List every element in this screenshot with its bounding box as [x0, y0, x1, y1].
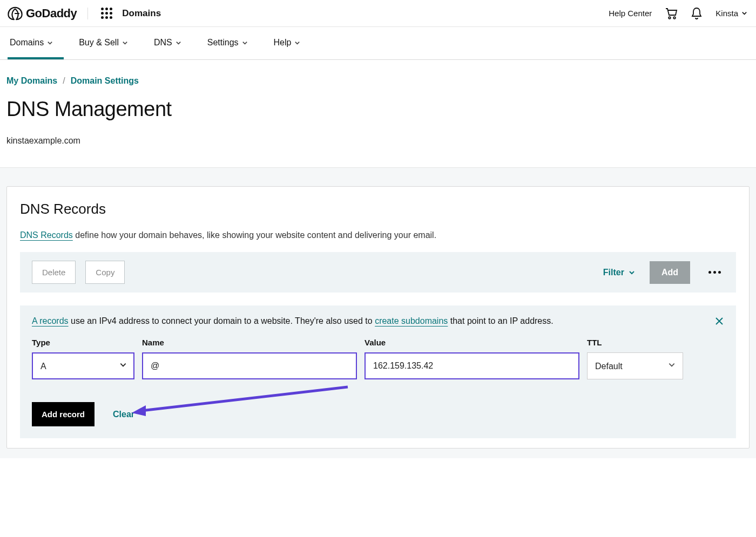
label-value: Value [364, 338, 579, 347]
header-left: GoDaddy Domains [8, 5, 161, 21]
app-switcher-icon[interactable] [99, 5, 114, 21]
chevron-down-icon [122, 40, 128, 46]
field-ttl: TTL Default [587, 338, 683, 379]
breadcrumb-separator: / [63, 76, 65, 86]
brand-wordmark: GoDaddy [26, 6, 77, 21]
add-record-button[interactable]: Add record [32, 402, 94, 426]
header-right: Help Center Kinsta [609, 7, 747, 20]
field-name: Name [142, 338, 357, 379]
create-subdomains-link[interactable]: create subdomains [375, 316, 448, 325]
breadcrumb: My Domains / Domain Settings [6, 76, 750, 86]
a-records-help-link[interactable]: A records [32, 316, 69, 325]
help-center-link[interactable]: Help Center [609, 9, 652, 18]
global-header: GoDaddy Domains Help Center Kinsta [0, 0, 756, 27]
label-name: Name [142, 338, 357, 347]
chevron-down-icon [47, 40, 53, 46]
nav-item-buy-sell[interactable]: Buy & Sell [79, 38, 128, 59]
chevron-down-icon [176, 40, 181, 46]
svg-line-2 [141, 387, 348, 411]
nav-label: Settings [207, 38, 239, 47]
svg-point-0 [669, 17, 671, 19]
filter-label: Filter [603, 268, 624, 277]
field-type: Type A [32, 338, 134, 379]
label-type: Type [32, 338, 134, 347]
info-text-end: that point to an IP address. [448, 316, 553, 325]
more-actions-icon[interactable] [705, 268, 724, 277]
panel-description: DNS Records define how your domain behav… [20, 230, 736, 240]
nav-item-settings[interactable]: Settings [207, 38, 248, 59]
record-name-input[interactable] [142, 352, 357, 379]
records-toolbar: Delete Copy Filter Add [20, 252, 736, 293]
copy-button[interactable]: Copy [85, 261, 125, 284]
toolbar-left: Delete Copy [32, 261, 125, 284]
chevron-down-icon [242, 40, 248, 46]
annotation-arrow-icon [132, 385, 353, 417]
add-record-form: A records use an IPv4 address to connect… [20, 305, 736, 438]
dns-records-help-link[interactable]: DNS Records [20, 230, 73, 240]
dns-records-panel: DNS Records DNS Records define how your … [6, 186, 750, 448]
primary-nav: Domains Buy & Sell DNS Settings Help [0, 27, 756, 60]
filter-button[interactable]: Filter [603, 268, 634, 277]
field-value: Value [364, 338, 579, 379]
content-area: DNS Records DNS Records define how your … [0, 167, 756, 458]
close-icon[interactable] [714, 316, 724, 326]
panel-title: DNS Records [20, 201, 736, 217]
svg-point-1 [673, 17, 676, 19]
breadcrumb-my-domains[interactable]: My Domains [6, 76, 57, 86]
nav-item-domains[interactable]: Domains [10, 38, 53, 59]
page-head: My Domains / Domain Settings DNS Managem… [0, 60, 756, 167]
cart-icon[interactable] [665, 8, 678, 19]
add-button[interactable]: Add [650, 261, 690, 284]
header-section-label: Domains [122, 8, 161, 19]
toolbar-right: Filter Add [603, 261, 724, 284]
brand-logo[interactable]: GoDaddy [8, 6, 77, 21]
domain-name: kinstaexample.com [6, 136, 750, 146]
user-name: Kinsta [716, 9, 738, 18]
chevron-down-icon [741, 10, 747, 16]
chevron-down-icon [294, 40, 300, 46]
breadcrumb-domain-settings[interactable]: Domain Settings [71, 76, 139, 86]
record-value-input[interactable] [364, 352, 579, 379]
clear-link[interactable]: Clear [113, 410, 134, 419]
nav-label: DNS [154, 38, 172, 47]
page-title: DNS Management [6, 98, 750, 121]
nav-label: Buy & Sell [79, 38, 119, 47]
nav-label: Domains [10, 38, 44, 47]
delete-button[interactable]: Delete [32, 261, 76, 284]
nav-item-dns[interactable]: DNS [154, 38, 181, 59]
nav-label: Help [274, 38, 292, 47]
panel-desc-text: define how your domain behaves, like sho… [73, 230, 436, 240]
header-divider [87, 8, 88, 19]
record-type-select[interactable]: A [32, 352, 134, 379]
label-ttl: TTL [587, 338, 683, 347]
nav-item-help[interactable]: Help [274, 38, 301, 59]
user-menu[interactable]: Kinsta [716, 9, 747, 18]
chevron-down-icon [629, 269, 634, 275]
action-row: Add record Clear [32, 402, 724, 426]
godaddy-logo-icon [8, 6, 23, 21]
record-ttl-select[interactable]: Default [587, 352, 683, 379]
info-text-mid: use an IPv4 address to connect your doma… [69, 316, 375, 325]
info-row: A records use an IPv4 address to connect… [32, 316, 724, 326]
notifications-icon[interactable] [691, 7, 703, 20]
info-text: A records use an IPv4 address to connect… [32, 316, 554, 326]
form-row: Type A Name Value T [32, 338, 724, 379]
